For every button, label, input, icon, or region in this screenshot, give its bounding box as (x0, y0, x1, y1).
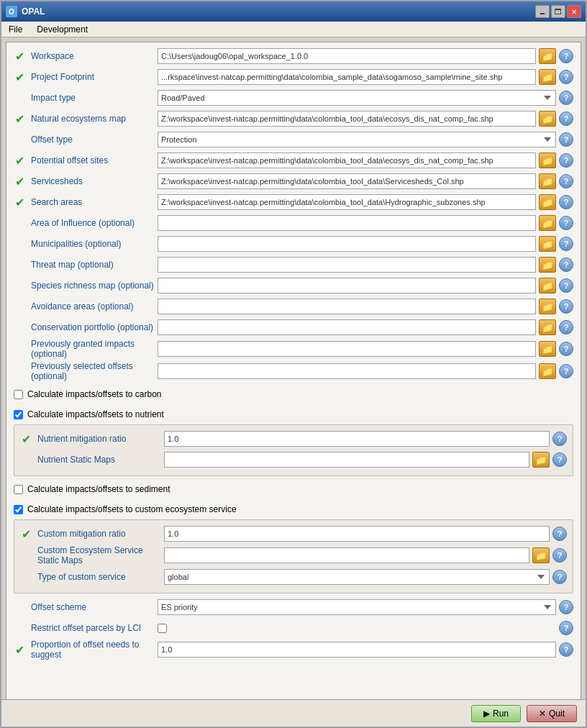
previously-selected-input[interactable] (158, 363, 536, 379)
nutrient-ratio-row: ✔ Nutrient mitigation ratio ? (20, 429, 567, 448)
species-richness-help-button[interactable]: ? (559, 278, 573, 293)
proportion-offset-row: ✔ Proportion of offset needs to suggest … (14, 640, 573, 660)
area-of-influence-help-button[interactable]: ? (559, 216, 573, 230)
municipalities-help-button[interactable]: ? (559, 237, 573, 251)
custom-section-row: Calculate impacts/offsets to custom ecos… (14, 502, 573, 517)
minimize-button[interactable]: 🗕 (535, 5, 550, 18)
workspace-input[interactable] (158, 48, 536, 64)
threat-map-help-button[interactable]: ? (559, 258, 573, 272)
avoidance-areas-help-button[interactable]: ? (559, 299, 573, 314)
impact-type-help-button[interactable]: ? (559, 91, 573, 105)
proportion-offset-help-button[interactable]: ? (559, 642, 573, 657)
species-richness-input[interactable] (158, 278, 536, 294)
sediment-label[interactable]: Calculate impacts/offsets to sediment (27, 484, 170, 494)
sediment-checkbox[interactable] (14, 485, 23, 494)
project-footprint-folder-button[interactable]: 📁 (539, 69, 556, 85)
offset-scheme-select[interactable]: ES priority Cost priority Balanced (158, 599, 556, 615)
proportion-offset-check-icon: ✔ (15, 643, 24, 657)
search-areas-help-button[interactable]: ? (559, 195, 573, 209)
restrict-lci-row: Restrict offset parcels by LCI ? (14, 619, 573, 637)
restrict-lci-label: Restrict offset parcels by LCI (14, 623, 158, 633)
threat-map-input[interactable] (158, 257, 536, 273)
run-button[interactable]: ▶ Run (471, 705, 521, 722)
avoidance-areas-folder-button[interactable]: 📁 (539, 299, 556, 314)
nutrient-static-maps-input[interactable] (164, 452, 529, 468)
potential-offset-sites-help-button[interactable]: ? (559, 153, 573, 168)
previously-selected-folder-button[interactable]: 📁 (539, 363, 556, 379)
threat-map-folder-button[interactable]: 📁 (539, 257, 556, 273)
municipalities-folder-button[interactable]: 📁 (539, 236, 556, 252)
workspace-help-button[interactable]: ? (559, 49, 573, 63)
restrict-lci-help-button[interactable]: ? (559, 621, 573, 635)
area-of-influence-input[interactable] (158, 215, 536, 231)
natural-ecosystems-help-button[interactable]: ? (559, 112, 573, 126)
potential-offset-sites-check-icon: ✔ (15, 154, 24, 168)
impact-type-select[interactable]: Road/Paved Mining Other (158, 90, 556, 106)
custom-ratio-help-button[interactable]: ? (552, 527, 567, 541)
conservation-portfolio-input[interactable] (158, 319, 536, 335)
workspace-label: ✔ Workspace (14, 51, 158, 61)
custom-static-maps-help-button[interactable]: ? (552, 548, 567, 563)
avoidance-areas-input[interactable] (158, 299, 536, 314)
custom-static-maps-folder-button[interactable]: 📁 (532, 547, 550, 563)
impact-type-row: Impact type Road/Paved Mining Other ? (14, 88, 573, 107)
species-richness-folder-button[interactable]: 📁 (539, 278, 556, 294)
proportion-offset-input[interactable] (158, 642, 556, 658)
restrict-lci-checkbox[interactable] (158, 624, 167, 633)
conservation-portfolio-label: Conservation portfolio (optional) (14, 322, 158, 332)
previously-selected-help-button[interactable]: ? (559, 364, 573, 378)
close-button[interactable]: ✕ (567, 5, 581, 18)
custom-ratio-input[interactable] (164, 526, 550, 542)
previously-granted-folder-button[interactable]: 📁 (539, 341, 556, 357)
offset-scheme-row: Offset scheme ES priority Cost priority … (14, 598, 573, 616)
nutrient-label[interactable]: Calculate impacts/offsets to nutrient (27, 409, 164, 419)
servicesheds-folder-button[interactable]: 📁 (539, 173, 556, 189)
carbon-checkbox[interactable] (14, 390, 23, 399)
servicesheds-input[interactable] (158, 173, 536, 189)
potential-offset-sites-folder-button[interactable]: 📁 (539, 153, 556, 168)
area-of-influence-folder-button[interactable]: 📁 (539, 215, 556, 231)
offset-type-help-button[interactable]: ? (559, 132, 573, 147)
custom-static-maps-input[interactable] (164, 547, 529, 563)
content-area: ✔ Workspace 📁 ? ✔ Project Footprint 📁 (6, 42, 581, 720)
municipalities-input[interactable] (158, 236, 536, 252)
nutrient-static-maps-help-button[interactable]: ? (552, 452, 567, 467)
impact-type-label: Impact type (14, 93, 158, 103)
menu-development[interactable]: Development (34, 24, 91, 35)
custom-type-row: Type of custom service global local regi… (20, 568, 567, 586)
workspace-folder-button[interactable]: 📁 (539, 48, 556, 64)
custom-label[interactable]: Calculate impacts/offsets to custom ecos… (27, 504, 237, 514)
natural-ecosystems-folder-button[interactable]: 📁 (539, 111, 556, 127)
natural-ecosystems-input[interactable] (158, 111, 536, 127)
offset-type-row: Offset type Protection Restoration Other… (14, 130, 573, 149)
carbon-label[interactable]: Calculate impacts/offsets to carbon (27, 389, 162, 399)
nutrient-ratio-input[interactable] (164, 431, 550, 447)
custom-type-select[interactable]: global local regional (164, 569, 550, 585)
previously-granted-help-button[interactable]: ? (559, 342, 573, 356)
maximize-button[interactable]: 🗖 (551, 5, 565, 18)
servicesheds-help-button[interactable]: ? (559, 174, 573, 188)
offset-scheme-help-button[interactable]: ? (559, 600, 573, 614)
project-footprint-input[interactable] (158, 69, 536, 85)
search-areas-check-icon: ✔ (15, 196, 24, 209)
search-areas-label: ✔ Search areas (14, 197, 158, 207)
potential-offset-sites-input[interactable] (158, 153, 536, 168)
conservation-portfolio-help-button[interactable]: ? (559, 320, 573, 335)
conservation-portfolio-folder-button[interactable]: 📁 (539, 319, 556, 335)
custom-checkbox[interactable] (14, 505, 23, 514)
search-areas-input[interactable] (158, 194, 536, 210)
offset-type-select[interactable]: Protection Restoration Other (158, 132, 556, 147)
proportion-offset-label: ✔ Proportion of offset needs to suggest (14, 640, 158, 660)
project-footprint-help-button[interactable]: ? (559, 70, 573, 84)
nutrient-checkbox[interactable] (14, 410, 23, 419)
natural-ecosystems-label: ✔ Natural ecosystems map (14, 114, 158, 124)
project-footprint-label: ✔ Project Footprint (14, 72, 158, 82)
nutrient-ratio-help-button[interactable]: ? (552, 432, 567, 446)
quit-button[interactable]: ✕ Quit (527, 705, 577, 722)
custom-type-help-button[interactable]: ? (552, 570, 567, 584)
custom-type-label: Type of custom service (20, 572, 164, 582)
nutrient-static-maps-folder-button[interactable]: 📁 (532, 452, 550, 468)
menu-file[interactable]: File (6, 24, 25, 35)
search-areas-folder-button[interactable]: 📁 (539, 194, 556, 210)
previously-granted-input[interactable] (158, 341, 536, 357)
